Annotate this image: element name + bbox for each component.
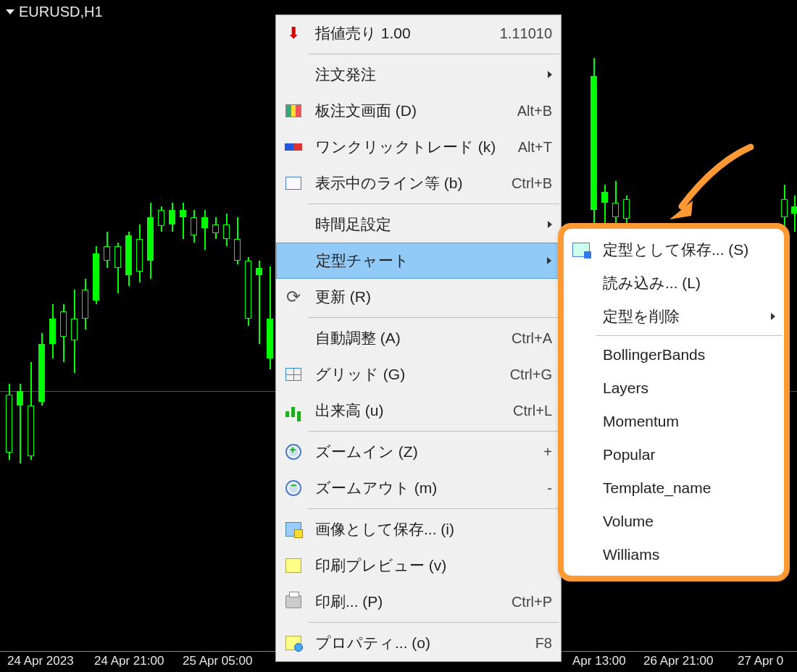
menu-objects-list[interactable]: 表示中のライン等 (b) Ctrl+B — [276, 165, 561, 201]
submenu-template-item[interactable]: Volume — [564, 505, 784, 538]
volume-icon — [285, 404, 301, 417]
template-name-label: Williams — [593, 546, 775, 563]
x-axis-label: 26 Apr 21:00 — [643, 654, 713, 668]
menu-grid[interactable]: グリッド (G) Ctrl+G — [276, 356, 561, 392]
menu-zoom-out[interactable]: ズームアウト (m) - — [276, 470, 561, 506]
properties-icon — [285, 636, 301, 650]
print-icon — [285, 595, 301, 608]
chevron-right-icon — [547, 257, 551, 264]
one-click-icon — [285, 143, 302, 151]
zoom-in-icon — [285, 444, 301, 460]
submenu-remove-template[interactable]: 定型を削除 — [564, 300, 784, 333]
menu-print-preview[interactable]: 印刷プレビュー (v) — [276, 547, 561, 584]
template-name-label: Momentum — [593, 413, 775, 430]
template-name-label: Popular — [593, 446, 775, 463]
menu-zoom-in[interactable]: ズームイン (Z) + — [276, 434, 561, 470]
template-name-label: Template_name — [593, 479, 775, 497]
menu-properties[interactable]: プロパティ... (o) F8 — [276, 625, 561, 661]
x-axis-label: 24 Apr 21:00 — [94, 654, 164, 668]
x-axis-label: 24 Apr 2023 — [7, 654, 74, 668]
save-image-icon — [285, 522, 301, 537]
menu-timeframe[interactable]: 時間足設定 — [276, 206, 561, 243]
zoom-out-icon — [285, 480, 301, 496]
submenu-template-item[interactable]: Layers — [564, 371, 784, 405]
template-name-label: Layers — [593, 379, 775, 397]
x-axis-label: Apr 13:00 — [572, 654, 626, 668]
print-preview-icon — [285, 558, 301, 573]
x-axis-label: 27 Apr 0 — [738, 654, 783, 668]
chart-symbol-label: EURUSD,H1 — [19, 4, 103, 20]
menu-depth-of-market[interactable]: 板注文画面 (D) Alt+B — [276, 93, 561, 129]
chevron-right-icon — [771, 313, 775, 320]
submenu-template-item[interactable]: Williams — [564, 538, 784, 571]
submenu-template-item[interactable]: Momentum — [564, 405, 784, 438]
chevron-right-icon — [548, 71, 552, 78]
menu-refresh[interactable]: ⟳ 更新 (R) — [276, 279, 561, 315]
menu-one-click-trade[interactable]: ワンクリックトレード (k) Alt+T — [276, 129, 561, 165]
submenu-template-item[interactable]: Popular — [564, 438, 784, 471]
menu-new-order[interactable]: 注文発注 — [276, 56, 561, 93]
menu-template[interactable]: 定型チャート — [276, 243, 561, 279]
template-name-label: BollingerBands — [593, 346, 775, 364]
context-menu: ⬇ 指値売り 1.00 1.11010 注文発注 板注文画面 (D) Alt+B… — [275, 14, 562, 662]
grid-icon — [285, 368, 301, 381]
menu-volume[interactable]: 出来高 (u) Ctrl+L — [276, 392, 561, 429]
menu-autoscroll[interactable]: 自動調整 (A) Ctrl+A — [276, 320, 561, 356]
menu-sell-limit[interactable]: ⬇ 指値売り 1.00 1.11010 — [276, 15, 561, 51]
sell-arrow-icon: ⬇ — [287, 24, 300, 43]
template-name-label: Volume — [593, 513, 775, 530]
submenu-template-item[interactable]: Template_name — [564, 471, 784, 505]
refresh-icon: ⟳ — [286, 287, 301, 307]
menu-print[interactable]: 印刷... (P) Ctrl+P — [276, 584, 561, 620]
submenu-template-item[interactable]: BollingerBands — [564, 338, 784, 371]
template-save-icon — [572, 243, 590, 257]
chart-title[interactable]: EURUSD,H1 — [6, 4, 103, 20]
lines-icon — [285, 177, 301, 190]
dom-icon — [285, 104, 301, 117]
menu-save-image[interactable]: 画像として保存... (i) — [276, 511, 561, 547]
submenu-load-template[interactable]: 読み込み... (L) — [564, 266, 784, 300]
submenu-save-template[interactable]: 定型として保存... (S) — [564, 233, 784, 266]
template-submenu: 定型として保存... (S) 読み込み... (L) 定型を削除 Bolling… — [558, 223, 790, 581]
dropdown-icon — [6, 9, 14, 14]
chevron-right-icon — [548, 221, 552, 228]
x-axis-label: 25 Apr 05:00 — [183, 654, 252, 668]
